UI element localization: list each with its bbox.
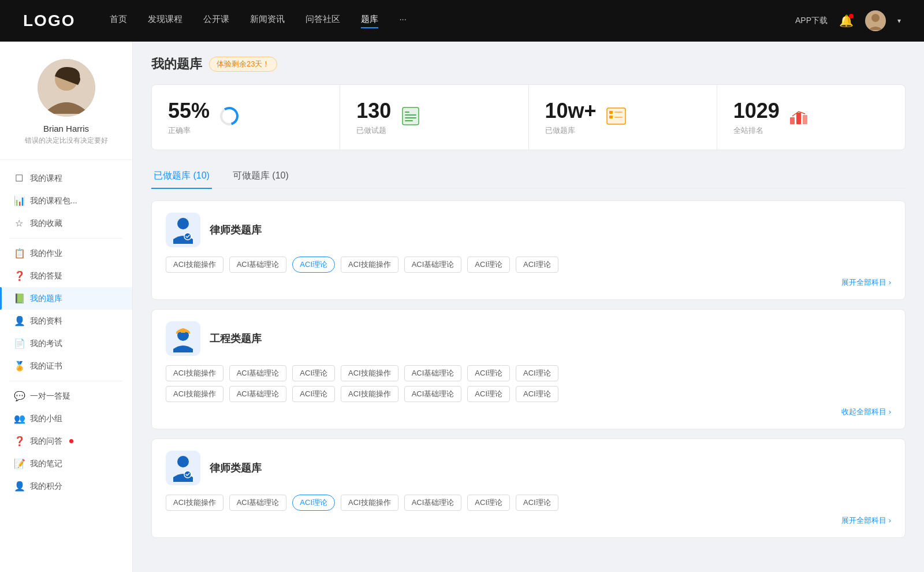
svg-point-6 — [225, 112, 234, 121]
nav-open-course[interactable]: 公开课 — [203, 14, 229, 28]
bank-card-header-2: 工程类题库 — [166, 321, 891, 356]
points-icon: 👤 — [14, 481, 24, 492]
stats-row: 55% 正确率 130 已做试题 — [151, 84, 906, 150]
sidebar-item-label: 我的笔记 — [30, 459, 62, 469]
sidebar-item-group[interactable]: 👥 我的小组 — [0, 407, 132, 430]
ranking-icon — [789, 106, 810, 129]
sidebar-item-notes[interactable]: 📝 我的笔记 — [0, 452, 132, 475]
tag-3-3-active[interactable]: ACI理论 — [292, 495, 335, 511]
tag-3-2[interactable]: ACI基础理论 — [229, 495, 287, 511]
nav-qa[interactable]: 问答社区 — [305, 14, 340, 28]
tag-2-14[interactable]: ACI理论 — [516, 386, 558, 402]
tag-1-6[interactable]: ACI理论 — [467, 257, 510, 273]
tag-1-3-active[interactable]: ACI理论 — [292, 257, 335, 273]
list-icon — [606, 106, 627, 129]
tag-2-12[interactable]: ACI基础理论 — [404, 386, 462, 402]
nav-question-bank[interactable]: 题库 — [361, 14, 378, 28]
sidebar-item-my-qa[interactable]: ❓ 我的问答 — [0, 430, 132, 452]
question-bank-tabs: 已做题库 (10) 可做题库 (10) — [151, 164, 906, 189]
svg-rect-19 — [790, 117, 795, 124]
notification-bell[interactable]: 🔔 — [839, 14, 854, 28]
collapse-button-2[interactable]: 收起全部科目 › — [166, 407, 891, 417]
profile-section: Brian Harris 错误的决定比没有决定要好 — [0, 59, 132, 160]
tag-1-1[interactable]: ACI技能操作 — [166, 257, 223, 273]
svg-point-1 — [871, 14, 880, 22]
nav-home[interactable]: 首页 — [110, 14, 127, 28]
svg-rect-25 — [181, 330, 185, 333]
tag-3-1[interactable]: ACI技能操作 — [166, 495, 223, 511]
nav-discover[interactable]: 发现课程 — [148, 14, 182, 28]
svg-rect-16 — [609, 116, 613, 118]
tag-2-9[interactable]: ACI基础理论 — [229, 386, 287, 402]
group-icon: 👥 — [14, 413, 24, 424]
svg-rect-20 — [796, 113, 801, 124]
sidebar-item-exam[interactable]: 📄 我的考试 — [0, 332, 132, 355]
tag-3-4[interactable]: ACI技能操作 — [341, 495, 398, 511]
course-icon: ☐ — [14, 173, 24, 184]
sidebar-item-points[interactable]: 👤 我的积分 — [0, 475, 132, 497]
stat-ranking: 1029 全站排名 — [717, 85, 905, 150]
profile-avatar — [38, 59, 95, 117]
stat-correct-rate: 55% 正确率 — [152, 85, 340, 150]
sidebar-item-label: 我的小组 — [30, 414, 62, 424]
stat-value-correct: 55% 正确率 — [168, 99, 210, 136]
sidebar-item-favorites[interactable]: ☆ 我的收藏 — [0, 212, 132, 235]
logo: LOGO — [23, 12, 75, 30]
sidebar: Brian Harris 错误的决定比没有决定要好 ☐ 我的课程 📊 我的课程包… — [0, 42, 133, 572]
sidebar-item-tutoring[interactable]: 💬 一对一答疑 — [0, 385, 132, 407]
tag-1-5[interactable]: ACI基础理论 — [404, 257, 462, 273]
bank-icon: 📗 — [14, 293, 24, 304]
sidebar-item-label: 我的课程包... — [30, 196, 77, 206]
sidebar-item-label: 我的考试 — [30, 339, 62, 349]
user-avatar[interactable] — [865, 10, 886, 31]
sidebar-item-homework[interactable]: 📋 我的作业 — [0, 242, 132, 265]
tag-2-10[interactable]: ACI理论 — [292, 386, 335, 402]
tag-3-5[interactable]: ACI基础理论 — [404, 495, 462, 511]
sidebar-item-label: 我的资料 — [30, 316, 62, 326]
svg-point-26 — [177, 456, 189, 467]
tag-2-6[interactable]: ACI理论 — [467, 365, 510, 381]
expand-button-3[interactable]: 展开全部科目 › — [166, 515, 891, 526]
exam-icon: 📄 — [14, 338, 24, 349]
tag-2-2[interactable]: ACI基础理论 — [229, 365, 287, 381]
tab-done-banks[interactable]: 已做题库 (10) — [151, 164, 212, 188]
sidebar-item-profile[interactable]: 👤 我的资料 — [0, 310, 132, 332]
tag-1-4[interactable]: ACI技能操作 — [341, 257, 398, 273]
page-header: 我的题库 体验剩余23天！ — [151, 55, 906, 73]
bank-card-header-3: 律师类题库 — [166, 451, 891, 485]
tag-2-1[interactable]: ACI技能操作 — [166, 365, 223, 381]
expand-button-1[interactable]: 展开全部科目 › — [166, 277, 891, 288]
bank-card-lawyer-2: 律师类题库 ACI技能操作 ACI基础理论 ACI理论 ACI技能操作 ACI基… — [151, 439, 906, 538]
svg-rect-21 — [803, 115, 807, 124]
app-download-button[interactable]: APP下载 — [795, 16, 828, 26]
tag-2-13[interactable]: ACI理论 — [467, 386, 510, 402]
tag-2-5[interactable]: ACI基础理论 — [404, 365, 462, 381]
tag-3-7[interactable]: ACI理论 — [516, 495, 558, 511]
svg-rect-7 — [403, 107, 419, 125]
sidebar-item-label: 一对一答疑 — [30, 391, 70, 402]
sidebar-item-certificate[interactable]: 🏅 我的证书 — [0, 355, 132, 377]
svg-rect-18 — [614, 117, 623, 118]
sidebar-item-label: 我的积分 — [30, 481, 62, 492]
sidebar-item-qa[interactable]: ❓ 我的答疑 — [0, 265, 132, 287]
sidebar-item-course-package[interactable]: 📊 我的课程包... — [0, 190, 132, 212]
tag-1-7[interactable]: ACI理论 — [516, 257, 558, 273]
page-title: 我的题库 — [151, 55, 202, 73]
notes-icon: 📝 — [14, 458, 24, 469]
tag-2-8[interactable]: ACI技能操作 — [166, 386, 223, 402]
tag-2-7[interactable]: ACI理论 — [516, 365, 558, 381]
tab-available-banks[interactable]: 可做题库 (10) — [230, 164, 291, 188]
sidebar-item-question-bank[interactable]: 📗 我的题库 — [0, 287, 132, 310]
bank-title-3: 律师类题库 — [210, 461, 262, 475]
sidebar-item-my-course[interactable]: ☐ 我的课程 — [0, 167, 132, 190]
tag-3-6[interactable]: ACI理论 — [467, 495, 510, 511]
user-menu-chevron[interactable]: ▾ — [897, 17, 901, 25]
nav-more[interactable]: ··· — [399, 14, 407, 28]
trial-badge: 体验剩余23天！ — [209, 57, 277, 72]
tag-2-11[interactable]: ACI技能操作 — [341, 386, 398, 402]
tag-1-2[interactable]: ACI基础理论 — [229, 257, 287, 273]
tag-2-3[interactable]: ACI理论 — [292, 365, 335, 381]
nav-news[interactable]: 新闻资讯 — [250, 14, 285, 28]
main-content: 我的题库 体验剩余23天！ 55% 正确率 — [133, 42, 924, 572]
tag-2-4[interactable]: ACI技能操作 — [341, 365, 398, 381]
